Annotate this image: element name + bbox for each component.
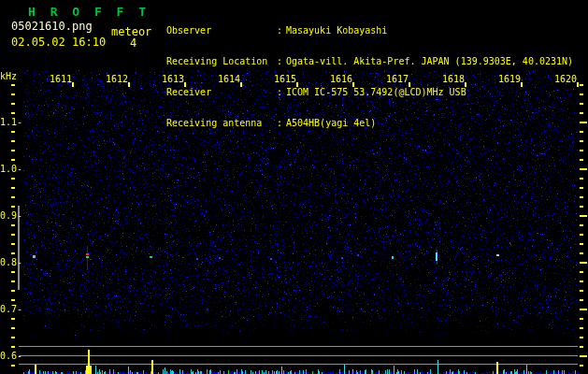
info-separator: : — [277, 56, 286, 66]
info-label: Receiving antenna — [166, 118, 277, 128]
info-value: ICOM IC-575 53.7492(@LCD)MHz USB — [286, 87, 466, 97]
meteor-count: 4 — [130, 36, 136, 50]
time-axis-label-1617: 1617 — [386, 74, 410, 84]
info-value: Ogata-vill. Akita-Pref. JAPAN (139.9303E… — [286, 56, 573, 66]
observation-datetime: 02.05.02 16:10 — [11, 36, 106, 49]
info-row-receiver: Receiver:ICOM IC-575 53.7492(@LCD)MHz US… — [166, 87, 573, 97]
info-label: Receiver — [166, 87, 277, 97]
time-axis-label-1616: 1616 — [330, 74, 354, 84]
info-label: Observer — [166, 25, 277, 36]
hrofft-window: H R O F F T 05021610.png meteor 02.05.02… — [0, 0, 588, 374]
time-axis-label-1620: 1620 — [554, 74, 579, 84]
info-row-antenna: Receiving antenna:A504HB(yagi 4el) — [166, 118, 573, 128]
info-row-observer: Observer:Masayuki Kobayashi — [166, 25, 573, 36]
time-axis-label-1614: 1614 — [218, 74, 242, 84]
info-separator: : — [277, 118, 286, 128]
time-axis-label-1615: 1615 — [274, 74, 298, 84]
time-axis-label-1618: 1618 — [442, 74, 466, 84]
info-separator: : — [277, 87, 286, 97]
time-axis-label-1612: 1612 — [106, 74, 130, 84]
freq-axis-label-0.6: 0.6- — [0, 351, 22, 361]
freq-axis-label-1.0: 1.0- — [0, 164, 22, 174]
time-axis-label-1613: 1613 — [162, 74, 186, 84]
time-axis-label-1611: 1611 — [50, 74, 74, 84]
info-label: Receiving Location — [166, 56, 277, 66]
info-row-location: Receiving Location:Ogata-vill. Akita-Pre… — [166, 56, 573, 66]
output-filename: 05021610.png — [11, 20, 93, 33]
app-title: H R O F F T — [28, 5, 150, 19]
freq-axis-label-0.7: 0.7- — [0, 304, 22, 314]
freq-axis-label-0.9: 0.9- — [0, 210, 22, 221]
freq-axis-unit: kHz — [0, 71, 17, 81]
info-value: Masayuki Kobayashi — [286, 25, 387, 36]
freq-axis-label-0.8: 0.8- — [0, 257, 22, 267]
time-axis-label-1619: 1619 — [498, 74, 523, 84]
info-separator: : — [277, 25, 286, 36]
info-value: A504HB(yagi 4el) — [286, 118, 376, 128]
freq-axis-label-1.1: 1.1- — [0, 117, 22, 127]
